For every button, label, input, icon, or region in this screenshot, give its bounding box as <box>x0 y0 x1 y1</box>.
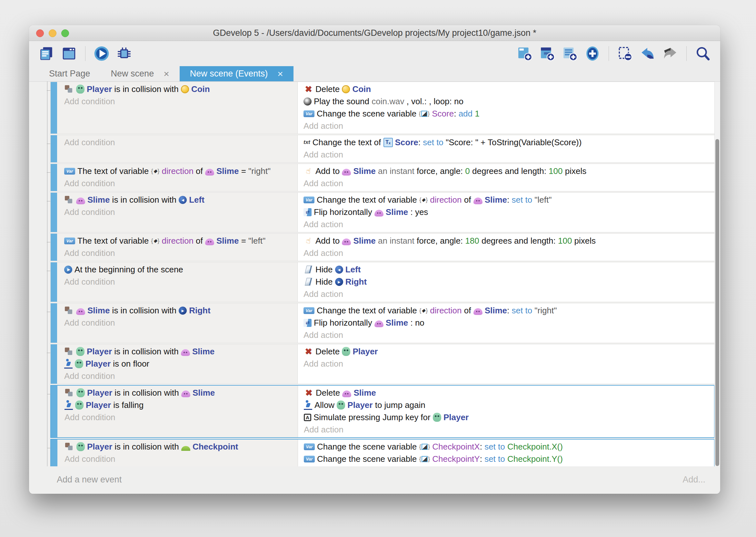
event-row[interactable]: Player is in collision with SlimePlayer … <box>50 344 715 384</box>
add-action-button[interactable]: Add action <box>304 357 714 370</box>
action[interactable]: Hide ▸Right <box>304 275 714 288</box>
condition[interactable]: VarThe text of variable {◆}direction of … <box>64 165 297 177</box>
text-segment: Player <box>353 347 378 356</box>
event-drag-bar[interactable] <box>51 164 57 191</box>
event-row[interactable]: VarThe text of variable {◆}direction of … <box>50 233 715 261</box>
action[interactable]: VarChange the text of variable {◆}direct… <box>304 304 714 316</box>
add-event-button[interactable] <box>515 45 534 62</box>
add-subevent-button[interactable] <box>538 45 557 62</box>
add-action-button[interactable]: Add action <box>304 177 714 189</box>
project-manager-button[interactable] <box>37 45 56 62</box>
add-condition-button[interactable]: Add condition <box>64 206 297 218</box>
condition[interactable]: Player is falling <box>64 399 298 411</box>
delete-event-button[interactable] <box>615 45 635 62</box>
search-button[interactable] <box>693 45 712 62</box>
event-drag-bar[interactable] <box>51 262 57 302</box>
condition[interactable]: Player is in collision with Slime <box>64 345 297 357</box>
add-condition-button[interactable]: Add condition <box>64 177 297 189</box>
text-segment: Player <box>87 347 112 356</box>
add-more-button[interactable]: Add... <box>682 475 705 485</box>
tab-new-scene-events[interactable]: New scene (Events)× <box>180 66 293 81</box>
condition[interactable]: Slime is in collision with ◂Left <box>64 194 297 206</box>
add-action-button[interactable]: Add action <box>304 288 714 300</box>
minimize-window-button[interactable] <box>49 29 57 37</box>
toolbar-separator <box>686 46 687 61</box>
zoom-window-button[interactable] <box>61 29 69 37</box>
text-segment: Slime <box>485 306 507 315</box>
add-condition-button[interactable]: Add condition <box>64 316 297 329</box>
event-drag-bar[interactable] <box>51 234 57 261</box>
condition[interactable]: Slime is in collision with ▸Right <box>64 304 297 316</box>
event-row[interactable]: VarThe text of variable {◆}direction of … <box>50 164 715 191</box>
event-drag-bar[interactable] <box>51 439 57 467</box>
action[interactable]: Hide ◂Left <box>304 263 714 275</box>
event-drag-bar[interactable] <box>51 135 57 162</box>
action[interactable]: Allow Player to jump again <box>304 399 714 411</box>
action[interactable]: txtChange the text of TₓScore: set to "S… <box>304 136 714 148</box>
text-segment <box>376 166 378 176</box>
event-row[interactable]: Player is in collision with SlimePlayer … <box>50 385 715 438</box>
add-action-button[interactable]: Add action <box>304 423 714 436</box>
add-condition-button[interactable]: Add condition <box>64 453 298 465</box>
add-condition-button[interactable]: Add condition <box>64 411 298 423</box>
event-row[interactable]: Slime is in collision with ▸RightAdd con… <box>50 303 715 343</box>
event-row[interactable]: ▶At the beginning of the sceneAdd condit… <box>50 262 715 302</box>
add-action-button[interactable]: Add action <box>304 218 714 230</box>
tab-close-icon[interactable]: × <box>164 69 169 79</box>
action[interactable]: ✖Delete Player <box>304 345 714 357</box>
action[interactable]: ☝Add to Slime an instant force, angle: 0… <box>304 165 714 177</box>
add-action-button[interactable]: Add action <box>304 329 714 341</box>
event-drag-bar[interactable] <box>51 82 57 134</box>
action[interactable]: VarChange the text of variable {◆}direct… <box>304 194 714 206</box>
event-drag-bar[interactable] <box>51 303 57 343</box>
add-condition-button[interactable]: Add condition <box>64 247 297 259</box>
action[interactable]: ⇄Flip horizontally Slime : yes <box>304 206 714 218</box>
add-new-button[interactable] <box>583 45 602 62</box>
event-row[interactable]: Slime is in collision with ◂LeftAdd cond… <box>50 192 715 232</box>
tab-close-icon[interactable]: × <box>277 69 283 79</box>
add-action-button[interactable]: Add action <box>304 120 714 132</box>
add-condition-button[interactable]: Add condition <box>64 275 297 288</box>
condition[interactable]: VarThe text of variable {◆}direction of … <box>64 235 297 247</box>
add-condition-button[interactable]: Add condition <box>64 95 297 107</box>
condition[interactable]: Player is on floor <box>64 357 297 370</box>
event-drag-bar[interactable] <box>51 344 57 384</box>
action[interactable]: ✖Delete Coin <box>304 83 714 95</box>
add-comment-button[interactable] <box>560 45 580 62</box>
tab-start-page[interactable]: Start Page <box>39 66 101 81</box>
add-action-button[interactable]: Add action <box>304 247 714 259</box>
action[interactable]: VarChange the scene variable {}Checkpoin… <box>304 453 714 465</box>
tab-new-scene[interactable]: New scene× <box>101 66 180 81</box>
scrollbar-thumb[interactable] <box>715 139 719 466</box>
add-new-event-button[interactable]: Add a new event <box>57 475 122 485</box>
condition[interactable]: Player is in collision with Coin <box>64 83 297 95</box>
close-window-button[interactable] <box>36 29 44 37</box>
action[interactable]: ASimulate pressing Jump key for Player <box>304 411 714 423</box>
event-row[interactable]: Player is in collision with CheckpointAd… <box>50 439 715 467</box>
action[interactable]: VarChange the scene variable {}Checkpoin… <box>304 440 714 453</box>
action[interactable]: ✖Delete Slime <box>304 387 714 399</box>
undo-button[interactable] <box>638 45 657 62</box>
text-segment: Checkpoint.X() <box>507 442 563 452</box>
event-drag-bar[interactable] <box>51 193 57 232</box>
scene-editor-button[interactable] <box>59 45 79 62</box>
redo-button[interactable] <box>661 45 680 62</box>
add-condition-button[interactable]: Add condition <box>64 136 297 148</box>
hide-icon <box>304 265 313 274</box>
debug-button[interactable] <box>115 45 134 62</box>
condition[interactable]: Player is in collision with Slime <box>64 387 298 399</box>
add-action-button[interactable]: Add action <box>304 148 714 161</box>
condition[interactable]: ▶At the beginning of the scene <box>64 263 297 275</box>
action[interactable]: Play the sound coin.wav , vol.: , loop: … <box>304 95 714 107</box>
action[interactable]: VarChange the scene variable {}Score: ad… <box>304 107 714 120</box>
add-condition-button-label: Add condition <box>64 412 115 423</box>
condition[interactable]: Player is in collision with Checkpoint <box>64 440 298 453</box>
start-preview-button[interactable] <box>92 45 111 62</box>
event-drag-bar[interactable] <box>51 386 57 437</box>
action[interactable]: ⇄Flip horizontally Slime : no <box>304 316 714 329</box>
event-row[interactable]: Player is in collision with CoinAdd cond… <box>50 82 715 134</box>
add-condition-button[interactable]: Add condition <box>64 370 297 382</box>
action[interactable]: ☝Add to Slime an instant force, angle: 1… <box>304 235 714 247</box>
vertical-scrollbar[interactable] <box>714 82 720 467</box>
event-row[interactable]: Add conditiontxtChange the text of TₓSco… <box>50 135 715 163</box>
